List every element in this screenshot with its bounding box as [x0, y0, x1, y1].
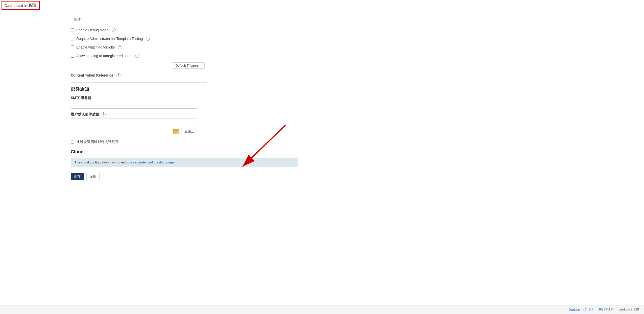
action-row: 保存 应用 [71, 173, 298, 180]
footer-version: Jenkins 2.328 [619, 307, 639, 312]
email-section-title: 邮件通知 [71, 86, 298, 92]
breadcrumb-current: 配置 [29, 3, 37, 8]
content-token-row: Content Token Reference ? [71, 73, 298, 77]
advanced-row: 高级... [71, 128, 197, 135]
add-button-row: 新增 [71, 16, 298, 23]
allow-unregistered-label: Allow sending to unregistered users [76, 54, 132, 58]
require-admin-checkbox[interactable] [71, 37, 74, 40]
suffix-label: 用户默认邮件后缀 ? [71, 112, 298, 117]
suffix-input[interactable] [71, 118, 197, 125]
email-icon [173, 129, 179, 134]
cloud-notice-text: The cloud configuration has moved to [75, 160, 130, 164]
advanced-button[interactable]: 高级... [181, 128, 197, 135]
require-admin-help-icon[interactable]: ? [146, 37, 150, 41]
footer: Jenkins 中文社区 REST API Jenkins 2.328 [0, 305, 644, 314]
suffix-help-icon[interactable]: ? [102, 112, 106, 116]
smtp-input[interactable] [71, 102, 197, 109]
smtp-label: SMTP服务器 [71, 96, 298, 100]
enable-watching-help-icon[interactable]: ? [118, 45, 122, 49]
breadcrumb-separator: ▶ [25, 3, 28, 8]
page-wrapper: Dashboard ▶ 配置 新增 Enable Debug Mode ? Re… [0, 0, 644, 314]
default-triggers-row: Default Triggers... [71, 62, 205, 69]
add-button[interactable]: 新增 [71, 16, 84, 23]
content-token-label: Content Token Reference [71, 73, 113, 77]
breadcrumb: Dashboard ▶ 配置 [2, 1, 40, 10]
cloud-notice-suffix: . [174, 160, 175, 164]
cloud-notice: The cloud configuration has moved to a s… [71, 158, 298, 167]
arrow-container: The cloud configuration has moved to a s… [71, 158, 298, 167]
require-admin-label: Require Administrator for Template Testi… [76, 37, 143, 41]
cloud-section-title: Cloud [71, 149, 298, 155]
breadcrumb-home[interactable]: Dashboard [5, 3, 23, 8]
save-button[interactable]: 保存 [71, 173, 84, 180]
test-email-checkbox[interactable] [71, 140, 74, 144]
main-content: 新增 Enable Debug Mode ? Require Administr… [0, 11, 644, 305]
enable-watching-checkbox[interactable] [71, 45, 74, 49]
enable-debug-checkbox[interactable] [71, 28, 74, 32]
enable-debug-row: Enable Debug Mode ? [71, 28, 298, 32]
allow-unregistered-row: Allow sending to unregistered users ? [71, 54, 298, 58]
allow-unregistered-help-icon[interactable]: ? [135, 54, 139, 58]
test-email-label: 通过发送测试邮件测试配置 [76, 140, 119, 144]
cloud-section: Cloud The cloud configuration has moved … [71, 149, 298, 167]
enable-watching-label: Enable watching for jobs [76, 45, 115, 49]
enable-debug-help-icon[interactable]: ? [112, 28, 116, 32]
require-admin-row: Require Administrator for Template Testi… [71, 37, 298, 41]
settings-section: 新增 Enable Debug Mode ? Require Administr… [71, 16, 298, 180]
footer-rest-api-link[interactable]: REST API [599, 307, 613, 312]
enable-debug-label: Enable Debug Mode [76, 28, 109, 32]
footer-community-link[interactable]: Jenkins 中文社区 [569, 307, 594, 312]
cloud-notice-link[interactable]: a separate configuration page [130, 160, 174, 164]
enable-watching-row: Enable watching for jobs ? [71, 45, 298, 49]
allow-unregistered-checkbox[interactable] [71, 54, 74, 58]
apply-button[interactable]: 应用 [86, 173, 100, 180]
default-triggers-button[interactable]: Default Triggers... [172, 62, 205, 69]
section-divider-email [71, 82, 207, 83]
test-email-row: 通过发送测试邮件测试配置 [71, 140, 298, 144]
content-token-help-icon[interactable]: ? [116, 73, 121, 77]
